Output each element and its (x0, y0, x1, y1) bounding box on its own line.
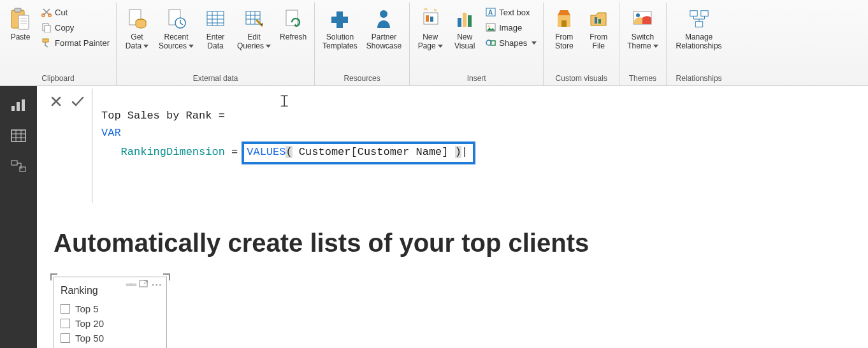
formula-bar: Top Sales by Rank = VAR RankingDimension… (46, 89, 864, 203)
slicer-item[interactable]: Top 5 (59, 301, 161, 316)
ribbon: Paste Cut Copy (0, 0, 868, 86)
new-page-button[interactable]: New Page (414, 4, 447, 52)
cut-icon (41, 6, 52, 18)
slicer-more-icon[interactable]: ··· (152, 280, 163, 289)
shapes-label: Shapes (499, 38, 527, 48)
selection-handle-icon[interactable] (163, 273, 170, 281)
format-painter-label: Format Painter (55, 38, 110, 48)
text-box-button[interactable]: A Text box (482, 5, 539, 19)
slicer-item[interactable]: Top 200 (59, 345, 161, 348)
svg-rect-22 (468, 15, 472, 27)
checkbox-icon[interactable] (61, 319, 70, 328)
copy-button[interactable]: Copy (38, 20, 112, 34)
get-data-label: Get Data (126, 33, 148, 51)
group-label-insert: Insert (414, 73, 539, 84)
group-label-external-data: External data (120, 73, 310, 84)
svg-rect-30 (561, 20, 567, 27)
ribbon-group-relationships: Manage Relationships Relationships (667, 3, 732, 85)
enter-data-label: Enter Data (206, 33, 225, 51)
svg-rect-6 (45, 25, 50, 33)
svg-rect-38 (11, 106, 15, 111)
chevron-down-icon (438, 45, 443, 48)
svg-text:A: A (488, 9, 493, 16)
new-visual-label: New Visual (454, 33, 475, 51)
chevron-down-icon (189, 45, 194, 48)
ribbon-group-external-data: Get Data Recent Sources Enter Data Edit … (117, 3, 315, 85)
manage-relationships-button[interactable]: Manage Relationships (670, 4, 728, 52)
text-cursor-icon: 𝙸 (278, 89, 290, 114)
paste-button[interactable]: Paste (4, 4, 37, 43)
report-title: Automatically create lists of your top c… (54, 229, 868, 257)
model-view-button[interactable] (3, 152, 34, 180)
svg-rect-36 (700, 11, 707, 17)
formula-highlight: VALUES( Customer[Customer Name] )| (242, 141, 475, 164)
slicer-drag-icon[interactable]: ══ (126, 280, 135, 289)
svg-rect-18 (426, 15, 429, 22)
enter-data-icon (205, 5, 226, 33)
slicer-item[interactable]: Top 20 (59, 316, 161, 331)
cancel-formula-button[interactable] (48, 94, 64, 109)
new-visual-icon (454, 5, 475, 33)
slicer-item-label: Top 50 (75, 333, 104, 344)
get-data-button[interactable]: Get Data (120, 4, 154, 52)
recent-sources-icon (166, 5, 187, 33)
svg-rect-31 (595, 17, 597, 24)
paste-icon (10, 5, 31, 33)
text-box-icon: A (485, 6, 496, 18)
group-label-themes: Themes (623, 73, 662, 84)
formula-input[interactable]: Top Sales by Rank = VAR RankingDimension… (92, 89, 864, 203)
new-visual-button[interactable]: New Visual (448, 4, 481, 52)
ribbon-group-themes: Switch Theme Themes (619, 3, 666, 85)
commit-formula-button[interactable] (70, 94, 85, 109)
solution-templates-button[interactable]: Solution Templates (319, 4, 361, 52)
refresh-label: Refresh (280, 33, 307, 42)
manage-relationships-label: Manage Relationships (676, 33, 722, 51)
checkbox-icon[interactable] (61, 304, 70, 314)
svg-rect-42 (11, 161, 17, 165)
svg-rect-32 (598, 19, 601, 24)
from-store-button[interactable]: From Store (547, 4, 581, 52)
new-page-icon (419, 5, 441, 33)
image-button[interactable]: Image (482, 20, 539, 34)
ranking-slicer[interactable]: ══ ··· Ranking Top 5 Top 20 Top 50 (54, 277, 167, 348)
slicer-item-label: Top 20 (75, 318, 104, 329)
partner-showcase-icon (373, 5, 394, 33)
checkbox-icon[interactable] (61, 333, 70, 343)
refresh-button[interactable]: Refresh (276, 4, 310, 43)
enter-data-button[interactable]: Enter Data (199, 4, 232, 52)
recent-sources-button[interactable]: Recent Sources (155, 4, 198, 52)
selection-handle-icon[interactable] (50, 273, 58, 281)
group-label-resources: Resources (319, 73, 405, 84)
svg-rect-21 (463, 13, 467, 27)
svg-point-34 (636, 13, 640, 17)
cut-button[interactable]: Cut (38, 5, 112, 19)
group-label-clipboard: Clipboard (4, 73, 112, 84)
format-painter-icon (41, 37, 52, 48)
svg-rect-2 (18, 15, 29, 29)
ribbon-group-resources: Solution Templates Partner Showcase Reso… (315, 3, 410, 85)
edit-queries-label: Edit Queries (237, 33, 271, 51)
chevron-down-icon (143, 45, 148, 48)
shapes-button[interactable]: Shapes (482, 36, 539, 50)
partner-showcase-button[interactable]: Partner Showcase (363, 4, 405, 52)
from-file-button[interactable]: From File (582, 4, 615, 52)
slicer-focus-icon[interactable] (139, 280, 148, 289)
switch-theme-button[interactable]: Switch Theme (623, 4, 662, 52)
svg-rect-41 (11, 130, 25, 141)
new-page-label: New Page (418, 33, 443, 51)
ribbon-group-custom-visuals: From Store From File Custom visuals (544, 3, 619, 85)
svg-point-26 (488, 25, 490, 27)
switch-theme-icon (632, 5, 653, 33)
from-store-label: From Store (555, 33, 574, 51)
slicer-item[interactable]: Top 50 (59, 331, 161, 345)
svg-rect-39 (17, 102, 20, 111)
from-file-label: From File (590, 33, 607, 51)
data-view-button[interactable] (3, 122, 34, 150)
copy-icon (41, 22, 52, 33)
group-label-custom-visuals: Custom visuals (547, 73, 615, 84)
format-painter-button[interactable]: Format Painter (38, 36, 112, 50)
edit-queries-button[interactable]: Edit Queries (233, 4, 275, 52)
report-view-button[interactable] (3, 91, 34, 119)
svg-rect-13 (207, 11, 224, 25)
manage-relationships-icon (688, 5, 710, 33)
